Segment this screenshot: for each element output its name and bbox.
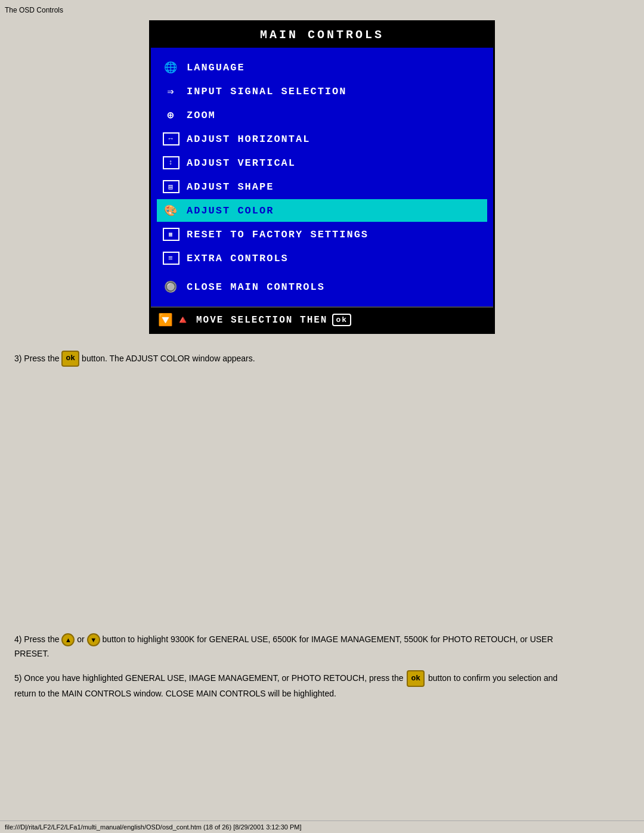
extra-controls-icon: ≡ — [160, 250, 182, 267]
zoom-icon: ⊕ — [160, 107, 182, 123]
osd-header: MAIN CONTROLS — [151, 22, 493, 48]
menu-label-adjust-vertical: ADJUST VERTICAL — [187, 157, 296, 169]
ok-button-step5[interactable]: ok — [407, 670, 425, 687]
ok-button-footer: ok — [332, 314, 351, 326]
menu-item-language[interactable]: 🌐 LANGUAGE — [157, 56, 487, 79]
up-button-step4[interactable]: ▲ — [61, 633, 75, 646]
footer-text: MOVE SELECTION THEN — [196, 315, 327, 326]
step3-instruction: 3) Press the ok button. The ADJUST COLOR… — [14, 351, 570, 367]
menu-item-adjust-color[interactable]: 🎨 ADJUST COLOR — [157, 199, 487, 222]
menu-label-reset: RESET TO FACTORY SETTINGS — [187, 229, 369, 240]
adjust-vertical-icon: ↕ — [160, 154, 182, 171]
step3-suffix: button. The ADJUST COLOR window appears. — [82, 352, 255, 365]
close-icon: 🔘 — [160, 278, 182, 295]
adjust-horizontal-icon: ↔ — [160, 131, 182, 147]
step4-or: or — [77, 634, 84, 644]
ok-button-step3[interactable]: ok — [61, 351, 79, 367]
step5-instruction: 5) Once you have highlighted GENERAL USE… — [14, 670, 570, 701]
menu-label-adjust-horizontal: ADJUST HORIZONTAL — [187, 134, 310, 145]
footer-bar: file:///D|/rita/LF2/LF2/LFa1/multi_manua… — [0, 820, 644, 833]
circle-down-icon: 🔽 — [158, 312, 174, 327]
menu-item-input-signal[interactable]: ⇒ INPUT SIGNAL SELECTION — [157, 80, 487, 103]
osd-window: MAIN CONTROLS 🌐 LANGUAGE ⇒ INPUT SIGNAL … — [149, 20, 495, 334]
step4-prefix: 4) Press the — [14, 634, 59, 644]
menu-label-adjust-shape: ADJUST SHAPE — [187, 181, 274, 193]
title-bar: The OSD Controls — [0, 5, 644, 18]
step4-instruction: 4) Press the ▲ or ▼ button to highlight … — [14, 633, 570, 661]
menu-item-reset[interactable]: ▦ RESET TO FACTORY SETTINGS — [157, 223, 487, 246]
down-button-step4[interactable]: ▼ — [87, 633, 100, 646]
title-text: The OSD Controls — [5, 6, 63, 14]
menu-item-adjust-vertical[interactable]: ↕ ADJUST VERTICAL — [157, 151, 487, 174]
adjust-color-icon: 🎨 — [160, 202, 182, 219]
footer-text: file:///D|/rita/LF2/LF2/LFa1/multi_manua… — [5, 823, 302, 831]
menu-label-close: CLOSE MAIN CONTROLS — [187, 281, 325, 293]
step5-prefix: 5) Once you have highlighted GENERAL USE… — [14, 673, 404, 683]
content-area: 3) Press the ok button. The ADJUST COLOR… — [0, 336, 584, 720]
nav-icons: 🔽 🔺 — [158, 312, 191, 327]
input-signal-icon: ⇒ — [160, 83, 182, 100]
menu-label-adjust-color: ADJUST COLOR — [187, 205, 274, 216]
menu-item-adjust-horizontal[interactable]: ↔ ADJUST HORIZONTAL — [157, 128, 487, 150]
menu-label-input-signal: INPUT SIGNAL SELECTION — [187, 86, 346, 97]
menu-label-zoom: ZOOM — [187, 110, 216, 121]
osd-menu: 🌐 LANGUAGE ⇒ INPUT SIGNAL SELECTION ⊕ ZO… — [151, 48, 493, 306]
menu-item-close[interactable]: 🔘 CLOSE MAIN CONTROLS — [157, 275, 487, 298]
menu-label-language: LANGUAGE — [187, 62, 245, 73]
osd-footer: 🔽 🔺 MOVE SELECTION THEN ok — [151, 306, 493, 332]
menu-item-adjust-shape[interactable]: ▤ ADJUST SHAPE — [157, 175, 487, 198]
reset-icon: ▦ — [160, 226, 182, 243]
triangle-up-icon: 🔺 — [175, 312, 191, 327]
adjust-shape-icon: ▤ — [160, 178, 182, 195]
menu-item-zoom[interactable]: ⊕ ZOOM — [157, 104, 487, 126]
language-icon: 🌐 — [160, 59, 182, 76]
menu-label-extra: EXTRA CONTROLS — [187, 253, 289, 264]
menu-item-extra[interactable]: ≡ EXTRA CONTROLS — [157, 247, 487, 270]
step3-prefix: 3) Press the — [14, 352, 59, 365]
